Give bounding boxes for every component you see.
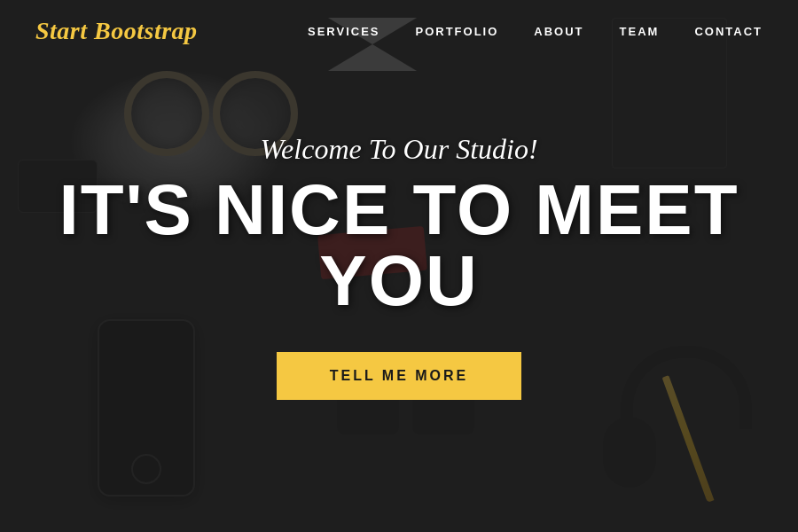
nav-item-about[interactable]: ABOUT: [534, 23, 583, 39]
nav-link-team[interactable]: TEAM: [620, 25, 660, 38]
cta-button[interactable]: TELL ME MORE: [277, 352, 522, 400]
nav-link-about[interactable]: ABOUT: [534, 25, 583, 38]
nav-item-contact[interactable]: CONTACT: [694, 23, 763, 39]
brand-logo[interactable]: Start Bootstrap: [35, 17, 198, 45]
nav-links: SERVICES PORTFOLIO ABOUT TEAM CONTACT: [308, 23, 763, 39]
nav-item-services[interactable]: SERVICES: [308, 23, 380, 39]
nav-link-portfolio[interactable]: PORTFOLIO: [416, 25, 499, 38]
hero-section: Start Bootstrap SERVICES PORTFOLIO ABOUT…: [0, 0, 798, 532]
hero-title-line2: YOU: [319, 241, 478, 320]
hero-content: Welcome To Our Studio! IT'S NICE TO MEET…: [41, 133, 756, 400]
navbar: Start Bootstrap SERVICES PORTFOLIO ABOUT…: [0, 0, 798, 62]
nav-link-contact[interactable]: CONTACT: [694, 25, 763, 38]
hero-title-line1: IT'S NICE TO MEET: [59, 170, 739, 249]
hero-title: IT'S NICE TO MEET YOU: [59, 175, 739, 317]
nav-link-services[interactable]: SERVICES: [308, 25, 380, 38]
nav-item-portfolio[interactable]: PORTFOLIO: [416, 23, 499, 39]
hero-subtitle: Welcome To Our Studio!: [59, 133, 739, 166]
nav-item-team[interactable]: TEAM: [620, 23, 660, 39]
